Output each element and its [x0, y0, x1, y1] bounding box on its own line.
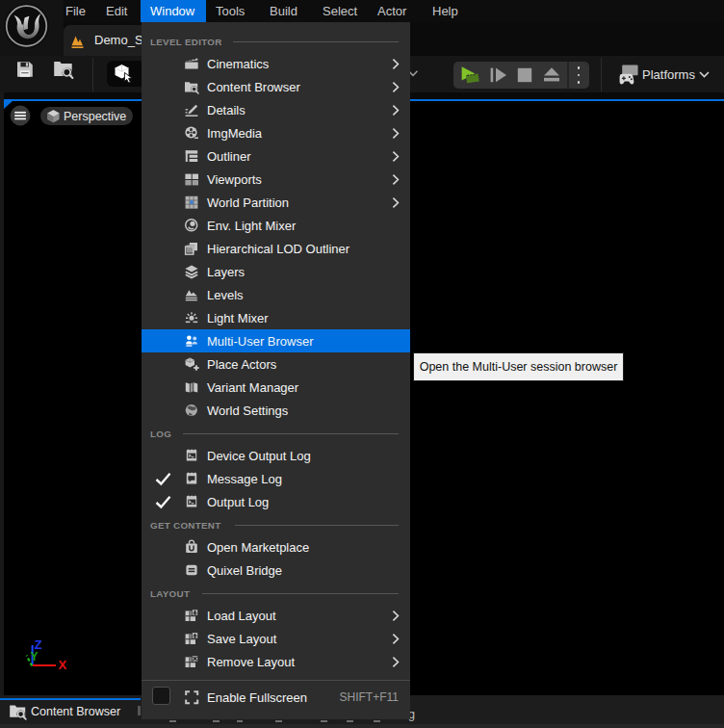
svg-text:Y: Y: [31, 650, 39, 663]
svg-text:X: X: [59, 658, 67, 672]
